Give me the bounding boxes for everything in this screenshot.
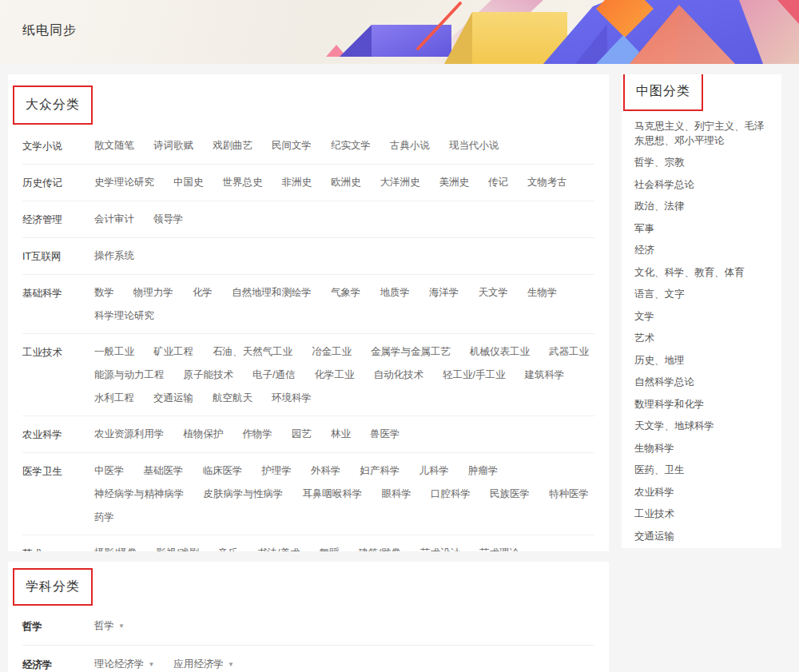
category-link[interactable]: 皮肤病学与性病学 [204,488,284,499]
category-link[interactable]: 传记 [488,177,508,188]
clc-item[interactable]: 政治、法律 [634,196,769,218]
category-link[interactable]: 会计审计 [94,213,134,225]
category-link[interactable]: 中国史 [173,177,204,188]
category-link[interactable]: 世界总史 [223,177,263,188]
category-link[interactable]: 冶金工业 [312,346,352,357]
clc-item[interactable]: 军事 [634,218,769,241]
category-link[interactable]: 数学 [94,287,114,298]
clc-item[interactable]: 航空、航天 [634,547,769,548]
category-link[interactable]: 大洋洲史 [380,177,420,188]
category-link[interactable]: 物理力学 [133,287,173,298]
clc-item[interactable]: 自然科学总论 [634,372,769,394]
category-link[interactable]: 艺术理论 [479,547,519,551]
clc-item[interactable]: 艺术 [634,328,769,350]
category-link[interactable]: 建筑科学 [524,369,564,380]
category-link[interactable]: 艺术设计 [420,547,460,551]
clc-item[interactable]: 马克思主义、列宁主义、毛泽东思想、邓小平理论 [634,116,769,152]
category-link[interactable]: 机械仪表工业 [470,346,530,357]
category-link[interactable]: 林业 [331,428,351,439]
category-link[interactable]: 临床医学 [203,465,243,476]
clc-item[interactable]: 数理科学和化学 [634,394,769,416]
category-link[interactable]: 眼科学 [382,488,412,499]
subject-dropdown-link[interactable]: 应用经济学▼ [173,658,233,670]
category-link[interactable]: 纪实文学 [331,140,371,151]
category-link[interactable]: 妇产科学 [360,465,400,476]
category-link[interactable]: 护理学 [262,465,292,476]
category-link[interactable]: 科学理论研究 [94,310,154,321]
category-link[interactable]: 电子/通信 [252,369,295,380]
category-link[interactable]: 天文学 [479,287,509,298]
category-link[interactable]: 外科学 [311,465,341,476]
category-link[interactable]: 轻工业/手工业 [443,369,505,380]
category-link[interactable]: 金属学与金属工艺 [371,346,451,357]
category-link[interactable]: 化学工业 [314,369,354,380]
category-link[interactable]: 文物考古 [527,177,567,188]
clc-item[interactable]: 农业科学 [634,482,769,504]
clc-item[interactable]: 社会科学总论 [634,174,769,197]
category-link[interactable]: 特种医学 [549,488,589,499]
clc-item[interactable]: 经济 [634,240,769,262]
category-link[interactable]: 生物学 [527,287,558,298]
category-link[interactable]: 水利工程 [94,392,134,404]
clc-item[interactable]: 历史、地理 [634,350,769,372]
category-link[interactable]: 戏剧曲艺 [213,140,252,151]
category-link[interactable]: 武器工业 [549,346,589,357]
clc-item[interactable]: 哲学、宗教 [634,152,769,174]
category-link[interactable]: 美洲史 [439,177,470,188]
category-link[interactable]: 儿科学 [419,465,450,476]
category-link[interactable]: 影视/戏剧 [156,547,198,551]
subject-dropdown-link[interactable]: 哲学▼ [94,620,125,632]
category-link[interactable]: 操作系统 [94,250,134,261]
category-link[interactable]: 兽医学 [370,428,400,439]
category-link[interactable]: 中医学 [94,465,125,476]
category-link[interactable]: 欧洲史 [331,177,361,188]
category-link[interactable]: 散文随笔 [94,140,134,151]
category-link[interactable]: 化学 [193,287,213,298]
category-link[interactable]: 音乐 [218,547,238,551]
category-link[interactable]: 农业资源利用学 [94,428,165,439]
category-link[interactable]: 自动化技术 [373,369,423,380]
category-link[interactable]: 自然地理和测绘学 [232,287,312,298]
category-link[interactable]: 交通运输 [153,392,193,404]
category-link[interactable]: 石油、天然气工业 [213,346,292,357]
category-link[interactable]: 园艺 [292,428,312,439]
category-link[interactable]: 民间文学 [272,140,312,151]
clc-item[interactable]: 语言、文字 [634,284,769,306]
subject-dropdown-link[interactable]: 理论经济学▼ [94,658,154,670]
category-link[interactable]: 神经病学与精神病学 [94,488,185,499]
category-link[interactable]: 舞蹈 [319,547,339,551]
category-link[interactable]: 肿瘤学 [468,465,499,476]
category-link[interactable]: 诗词歌赋 [153,140,193,151]
category-link[interactable]: 耳鼻咽喉科学 [303,488,363,499]
clc-item[interactable]: 文化、科学、教育、体育 [634,262,769,284]
category-link[interactable]: 基础医学 [144,465,184,476]
category-link[interactable]: 口腔科学 [431,488,471,499]
clc-item[interactable]: 天文学、地球科学 [634,416,769,438]
category-link[interactable]: 气象学 [331,287,361,298]
clc-item[interactable]: 工业技术 [634,503,769,526]
category-link[interactable]: 书法/美术 [257,547,300,551]
category-link[interactable]: 摄影/摄像 [94,547,137,551]
category-link[interactable]: 一般工业 [94,346,134,357]
category-link[interactable]: 非洲史 [282,177,312,188]
category-link[interactable]: 领导学 [153,213,184,225]
category-link[interactable]: 史学理论研究 [94,177,154,188]
category-link[interactable]: 民族医学 [490,488,530,499]
clc-item[interactable]: 交通运输 [634,526,769,548]
category-link[interactable]: 原子能技术 [184,369,234,380]
clc-item[interactable]: 生物科学 [634,438,769,460]
category-link[interactable]: 建筑/雕像 [358,547,400,551]
category-link[interactable]: 现当代小说 [449,140,499,151]
category-link[interactable]: 海洋学 [429,287,459,298]
category-link[interactable]: 药学 [94,511,114,523]
category-link[interactable]: 航空航天 [213,392,252,404]
category-link[interactable]: 作物学 [243,428,273,439]
category-link[interactable]: 能源与动力工程 [94,369,165,380]
clc-item[interactable]: 医药、卫生 [634,459,769,482]
category-link[interactable]: 环境科学 [272,392,312,404]
category-link[interactable]: 植物保护 [184,428,224,439]
clc-item[interactable]: 文学 [634,306,769,328]
category-link[interactable]: 古典小说 [390,140,430,151]
category-link[interactable]: 地质学 [380,287,411,298]
category-link[interactable]: 矿业工程 [153,346,193,357]
